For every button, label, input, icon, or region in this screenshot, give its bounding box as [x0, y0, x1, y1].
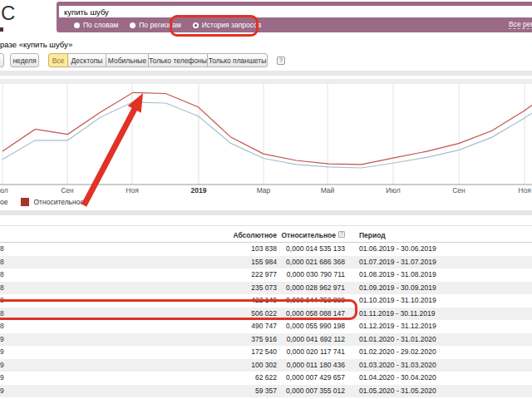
header-absolute: Абсолютное	[8, 229, 277, 242]
period-value: 01.10.2019 - 31.10.2019	[359, 294, 532, 308]
x-tick-label: Май	[321, 186, 335, 195]
cropped-cell-fragment: 9	[0, 385, 8, 398]
table-row-highlighted: 8506 0220,000 058 088 14701.11.2019 - 30…	[0, 308, 532, 321]
x-tick-label: Сен	[61, 186, 74, 195]
period-value: 01.06.2019 - 30.06.2019	[359, 243, 532, 256]
period-value: 01.09.2019 - 30.09.2019	[359, 282, 532, 295]
legend-relative-label: Относительное	[33, 198, 84, 206]
all-regions-link[interactable]: Все рег	[509, 20, 532, 29]
legend-item-relative: Относительное	[21, 198, 84, 206]
table-row: 8155 9840,000 021 686 36801.07.2019 - 31…	[0, 256, 532, 269]
absolute-value: 490 747	[8, 320, 277, 333]
radio-label: История запросов	[202, 21, 262, 29]
cropped-cell-fragment: 8	[0, 308, 8, 321]
period-value: 01.11.2019 - 30.11.2019	[359, 308, 532, 321]
cropped-cell-fragment: 8	[0, 268, 8, 282]
absolute-value: 235 073	[8, 282, 277, 295]
cropped-cell-fragment: 8	[0, 294, 8, 308]
cropped-cell-fragment: 8	[0, 320, 8, 333]
absolute-value: 506 022	[8, 308, 277, 321]
relative-value: 0,000 044 758 880	[277, 294, 345, 308]
table-row: 9100 3020,000 011 180 43601.03.2020 - 31…	[0, 359, 532, 372]
radio-icon	[74, 22, 80, 28]
relative-value: 0,000 055 990 198	[277, 320, 345, 333]
search-mode-radio-0[interactable]: По словам	[74, 21, 118, 29]
divider	[0, 225, 532, 226]
relative-value: 0,000 011 180 436	[277, 359, 345, 372]
search-mode-radio-2[interactable]: История запросов	[193, 21, 262, 29]
tab-все[interactable]: Все	[48, 53, 68, 67]
relative-help-icon[interactable]: ?	[338, 231, 345, 238]
cropped-button-fragment[interactable]	[0, 53, 4, 67]
period-value: 01.04.2020 - 30.04.2020	[359, 372, 532, 385]
period-value: 01.01.2020 - 31.01.2020	[359, 333, 532, 347]
cropped-cell-fragment: 9	[0, 333, 8, 347]
absolute-value: 222 977	[8, 268, 277, 282]
absolute-value: 422 149	[8, 294, 277, 308]
table-row: 9375 9160,000 041 692 11201.01.2020 - 31…	[0, 333, 532, 347]
period-value: 01.12.2019 - 31.12.2019	[359, 320, 532, 333]
period-value: 01.03.2020 - 31.03.2020	[359, 359, 532, 372]
table-header-row: Абсолютное Относительное? Период	[0, 229, 532, 243]
relative-value: 0,000 058 088 147	[277, 308, 345, 321]
relative-value: 0,000 007 355 012	[277, 385, 345, 398]
relative-swatch-icon	[21, 198, 29, 206]
tab-только-телефоны[interactable]: Только телефоны	[148, 53, 208, 67]
cropped-cell-fragment: 8	[0, 243, 8, 256]
x-tick-label: 2019	[191, 186, 207, 195]
table-row: 8490 7470,000 055 990 19801.12.2019 - 31…	[0, 320, 532, 333]
table-row: 9172 5400,000 020 117 74101.02.2020 - 29…	[0, 346, 532, 359]
absolute-value: 59 357	[8, 385, 277, 398]
period-value: 01.05.2020 - 31.05.2020	[359, 385, 532, 398]
search-mode-bar: По словамПо регионамИстория запросовВсе …	[57, 17, 532, 32]
header-relative: Относительное?	[277, 229, 345, 242]
table-body: 8103 8380,000 014 535 13301.06.2019 - 30…	[0, 243, 532, 397]
period-value: 01.02.2020 - 29.02.2020	[359, 346, 532, 359]
search-input[interactable]: купить шубу	[59, 6, 532, 17]
x-tick-label: Ноя	[518, 186, 531, 195]
relative-value: 0,000 030 790 711	[277, 268, 345, 282]
search-widget: купить шубу По словамПо регионамИстория …	[57, 2, 532, 32]
tab-мобильные[interactable]: Мобильные	[106, 53, 149, 67]
history-table: Абсолютное Относительное? Период 8103 83…	[0, 229, 532, 397]
logo-fragment: C	[1, 2, 15, 25]
relative-value: 0,000 028 962 971	[277, 282, 345, 295]
absolute-value: 172 540	[8, 346, 277, 359]
cropped-cell-fragment: 8	[0, 256, 8, 269]
search-mode-radio-1[interactable]: По регионам	[130, 21, 181, 29]
history-chart: ИюлСенНоя2019МарМайИюлСенНоя	[0, 79, 532, 195]
week-button[interactable]: неделя	[10, 53, 39, 67]
x-tick-label: Мар	[257, 186, 271, 195]
relative-value: 0,000 020 117 741	[277, 346, 345, 359]
legend-absolute-fragment: ое	[0, 198, 7, 206]
device-tabs: ВсеДесктопыМобильныеТолько телефоныТольк…	[48, 53, 268, 67]
tab-только-планшеты[interactable]: Только планшеты	[207, 53, 268, 67]
search-query-text: купить шубу	[64, 7, 109, 17]
series-абсолютное	[2, 102, 532, 168]
absolute-value: 100 302	[8, 359, 277, 372]
cropped-mark	[0, 27, 3, 32]
radio-label: По регионам	[139, 21, 181, 29]
table-row: 959 3570,000 007 355 01201.05.2020 - 31.…	[0, 385, 532, 398]
x-tick-label: Сен	[452, 186, 466, 195]
separator-band	[0, 210, 532, 215]
table-row: 8235 0730,000 028 962 97101.09.2019 - 30…	[0, 282, 532, 295]
radio-icon	[130, 22, 135, 28]
cropped-cell-fragment: 9	[0, 359, 8, 372]
relative-value: 0,000 007 429 657	[277, 372, 345, 385]
x-tick-label: Июл	[386, 186, 400, 195]
chart-legend: ое Относительное	[0, 196, 84, 207]
x-tick-label: Ноя	[126, 186, 139, 195]
relative-value: 0,000 014 535 133	[277, 243, 345, 256]
period-value: 01.07.2019 - 31.07.2019	[359, 256, 532, 269]
table-row: 8103 8380,000 014 535 13301.06.2019 - 30…	[0, 243, 532, 256]
tabs-help-icon[interactable]: ?	[277, 57, 285, 65]
absolute-value: 155 984	[8, 256, 277, 269]
tab-десктопы[interactable]: Десктопы	[67, 53, 106, 67]
absolute-value: 375 916	[8, 333, 277, 347]
cropped-cell-fragment: 8	[0, 282, 8, 295]
cropped-cell-fragment: 9	[0, 372, 8, 385]
period-value: 01.08.2019 - 31.08.2019	[359, 268, 532, 282]
x-tick-label: Июл	[0, 186, 8, 195]
absolute-value: 62 622	[8, 372, 277, 385]
